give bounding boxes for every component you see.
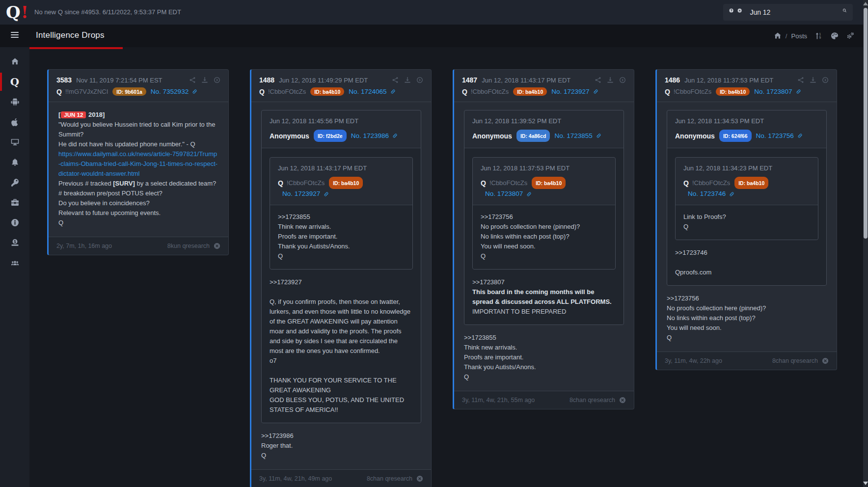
post-id-badge: ID: 9b601a [112, 87, 146, 96]
sidebar-item-desktop[interactable] [0, 132, 29, 152]
post-text-line [270, 287, 413, 297]
url-link[interactable]: https://www.dailymail.co.uk/news/article… [58, 150, 217, 177]
post-no-link[interactable]: No. 1724065 [349, 88, 386, 95]
open-post-icon[interactable] [214, 77, 220, 83]
source-label: 8chan qresearch [367, 475, 412, 482]
post-no-link[interactable]: No. 1723746 [688, 189, 726, 199]
post-reference-link[interactable]: >>1723746 [675, 249, 707, 256]
page-scrollbar[interactable] [863, 0, 868, 487]
sidebar-item-notifications[interactable] [0, 152, 29, 172]
download-icon[interactable] [607, 77, 614, 83]
menu-icon[interactable] [11, 32, 19, 39]
post-text-line: THANK YOU FOR YOUR SERVICE TO THE GREAT … [270, 376, 413, 395]
post-text-line: Q [481, 251, 607, 261]
app-logo[interactable]: Q! [6, 2, 28, 23]
link-icon[interactable] [526, 191, 532, 197]
sidebar-item-donate[interactable] [0, 233, 29, 253]
post-no-link[interactable]: No. 7352932 [151, 88, 189, 95]
post-body: Jun 12, 2018 11:45:56 PM EDTAnonymousID:… [251, 102, 431, 469]
post-text-line: This board in the coming months will be … [472, 287, 616, 307]
post-reference-link[interactable]: >>1723756 [667, 295, 699, 302]
quote-body: >>1723756No proofs collection here (pinn… [473, 205, 615, 269]
share-icon[interactable] [797, 77, 804, 83]
circle-question-icon[interactable] [729, 8, 733, 17]
sort-numeric-up-icon[interactable]: 19 [815, 32, 823, 40]
source-label: 8chan qresearch [570, 397, 615, 404]
link-icon[interactable] [729, 191, 735, 197]
link-icon[interactable] [593, 88, 599, 95]
sidebar-item-community[interactable] [0, 253, 29, 273]
breadcrumb-page[interactable]: Posts [791, 32, 807, 40]
share-icon[interactable] [189, 77, 196, 83]
post-header-row: 1487Jun 12, 2018 11:43:17 PM EDT [462, 76, 626, 84]
download-icon[interactable] [404, 77, 411, 83]
search-icon[interactable] [842, 8, 847, 16]
link-icon[interactable] [596, 133, 602, 139]
share-icon[interactable] [595, 77, 601, 83]
clear-search-icon[interactable] [737, 8, 742, 17]
search-input[interactable] [746, 8, 839, 16]
post-reference-link[interactable]: >>1723855 [278, 213, 310, 220]
dismiss-icon[interactable] [619, 397, 626, 404]
settings-gears-icon[interactable] [846, 32, 854, 40]
sidebar-item-home[interactable] [0, 52, 29, 72]
sidebar-item-apple[interactable] [0, 112, 29, 132]
post-source: 8kun qresearch [167, 243, 220, 249]
post-text-line: Q [261, 451, 421, 460]
text-segment: Roger that. [261, 442, 293, 449]
text-segment: Q [667, 334, 672, 341]
text-segment: Think new arrivals. [278, 223, 331, 230]
link-icon[interactable] [323, 191, 329, 197]
quote-body: >>1723855Think new arrivals.Proofs are i… [270, 205, 412, 269]
scrollbar-thumb[interactable] [864, 8, 868, 239]
post-text-line: Q [667, 333, 827, 343]
post-reference-link[interactable]: >>1723986 [261, 432, 294, 439]
post-no-link[interactable]: No. 1723807 [485, 189, 523, 199]
post-text-line: https://www.dailymail.co.uk/news/article… [58, 149, 218, 179]
sidebar-item-access[interactable] [0, 172, 29, 192]
post-reference-link[interactable]: >>1723756 [481, 213, 513, 220]
sidebar-item-resources[interactable] [0, 192, 29, 213]
scroll-up-icon[interactable] [863, 2, 868, 5]
scroll-down-icon[interactable] [863, 482, 868, 485]
post-no-link[interactable]: No. 1723986 [351, 131, 389, 141]
palette-icon[interactable] [831, 32, 839, 40]
sidebar-item-android[interactable] [0, 92, 29, 112]
download-icon[interactable] [810, 77, 816, 83]
post-reference-link[interactable]: >>1723855 [464, 334, 496, 341]
post-text-line: Do you believe in coincidences? [58, 198, 218, 208]
open-post-icon[interactable] [619, 77, 626, 83]
link-icon[interactable] [392, 133, 398, 139]
post-actions [797, 77, 829, 83]
link-icon[interactable] [797, 133, 803, 139]
post-no-link[interactable]: No. 1723855 [554, 131, 592, 141]
open-post-icon[interactable] [416, 77, 423, 83]
download-icon[interactable] [201, 77, 208, 83]
dismiss-icon[interactable] [214, 243, 220, 249]
link-icon[interactable] [191, 88, 198, 95]
post-text-line: Think new arrivals. [278, 222, 405, 232]
open-post-icon[interactable] [822, 77, 829, 83]
post-text-line: He did not have his updated phone number… [58, 139, 218, 149]
post-no-link[interactable]: No. 1723927 [282, 189, 320, 199]
share-icon[interactable] [392, 77, 399, 83]
post-reference-link[interactable]: >>1723807 [472, 278, 505, 286]
home-icon[interactable] [774, 32, 782, 40]
dismiss-icon[interactable] [416, 475, 423, 482]
svg-text:9: 9 [819, 36, 821, 39]
post-no-link[interactable]: No. 1723756 [756, 131, 794, 141]
dismiss-icon[interactable] [822, 357, 829, 364]
post-no-link[interactable]: No. 1723927 [551, 88, 589, 95]
donate-icon [11, 239, 19, 247]
sidebar-item-info[interactable] [0, 213, 29, 233]
post-footer: 2y, 7m, 1h, 16m ago8kun qresearch [49, 237, 228, 255]
post-author: Anonymous [270, 131, 309, 141]
post-no-link[interactable]: No. 1723807 [754, 88, 792, 95]
post-text-line: >>1723746 [675, 248, 818, 258]
link-icon[interactable] [390, 88, 396, 95]
sidebar-item-q-drops[interactable]: Q [0, 72, 29, 92]
link-icon[interactable] [795, 88, 802, 95]
post-reference-link[interactable]: >>1723927 [270, 278, 302, 286]
post-text-line: Previous # tracked [SURV] by a select de… [58, 179, 218, 189]
post-text-line: # breakdown pre/post POTUS elect? [58, 189, 218, 198]
